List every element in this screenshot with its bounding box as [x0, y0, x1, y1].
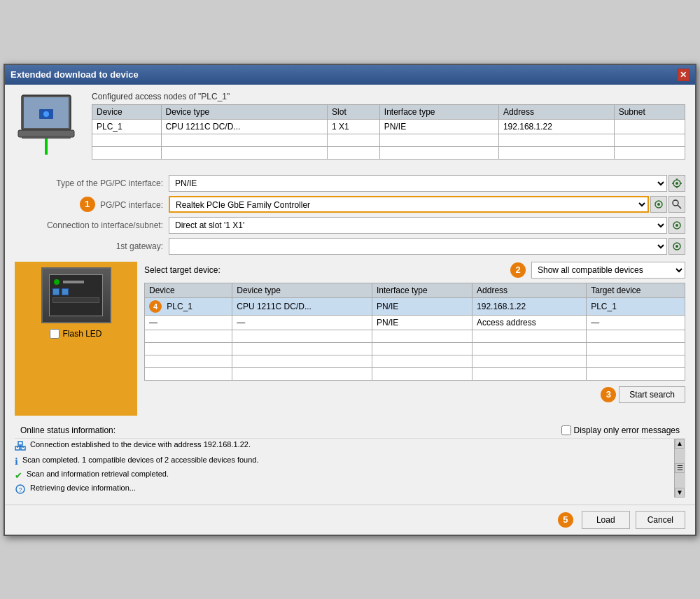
badge-2: 2 — [510, 262, 526, 278]
target-cell-device: — — [145, 315, 232, 330]
pgpc-interface-label: 1 PG/PC interface: — [15, 197, 169, 212]
target-cell-address: 192.168.1.22 — [472, 297, 587, 315]
check-icon: ✔ — [15, 470, 22, 481]
table-row[interactable]: — — PN/IE Access address — — [145, 315, 685, 330]
network-settings-icon[interactable] — [668, 175, 685, 192]
gateway-select[interactable] — [169, 238, 667, 255]
target-col-interface: Interface type — [372, 283, 472, 297]
pgpc-type-wrap: PN/IE — [169, 175, 685, 192]
dialog-title: Extended download to device — [10, 69, 139, 80]
target-cell-interface: PN/IE — [372, 297, 472, 315]
target-cell-target: PLC_1 — [587, 297, 685, 315]
svg-point-18 — [676, 224, 678, 227]
gateway-wrap — [169, 238, 685, 255]
status-scrollbar: ▲ ☰ ▼ — [674, 439, 685, 498]
info-icon: ℹ — [15, 456, 18, 467]
flash-led-checkbox[interactable] — [50, 329, 59, 339]
target-device-dropdown[interactable]: Show all compatible devices — [531, 262, 685, 279]
pgpc-interface-wrap: Realtek PCIe GbE Family Controller — [169, 196, 685, 213]
gateway-settings-icon[interactable] — [668, 238, 685, 255]
pgpc-type-row: Type of the PG/PC interface: PN/IE — [15, 175, 685, 192]
start-search-label: Start search — [629, 390, 675, 400]
col-interface-type: Interface type — [379, 104, 498, 119]
display-errors-checkbox[interactable] — [561, 425, 571, 435]
badge-5: 5 — [558, 512, 573, 528]
network-conn-icon — [15, 441, 26, 453]
status-msg-3-text: Scan and information retrieval completed… — [27, 470, 169, 478]
cell-device: PLC_1 — [92, 119, 162, 134]
connection-settings-icon[interactable] — [668, 217, 685, 234]
cell-slot: 1 X1 — [328, 119, 380, 134]
flash-led-text: Flash LED — [62, 329, 102, 339]
search-icon[interactable] — [668, 196, 685, 213]
svg-point-15 — [673, 200, 678, 206]
left-panel: Flash LED — [15, 262, 137, 416]
status-msg-1-text: Connection established to the device wit… — [30, 440, 251, 449]
connection-label: Connection to interface/subnet: — [15, 220, 169, 230]
svg-line-16 — [678, 205, 681, 209]
configured-nodes-label: Configured access nodes of "PLC_1" — [92, 92, 685, 101]
cell-device-type: CPU 1211C DC/D... — [161, 119, 327, 134]
status-header: Online status information: Display only … — [15, 423, 685, 439]
cancel-label: Cancel — [648, 515, 673, 525]
svg-rect-22 — [18, 442, 22, 445]
svg-point-20 — [676, 245, 678, 248]
badge-4: 4 — [149, 300, 162, 313]
status-with-scroll: Connection established to the device wit… — [15, 439, 685, 498]
select-target-label: Select target device: — [144, 265, 220, 275]
display-errors-label[interactable]: Display only error messages — [561, 425, 680, 435]
svg-rect-3 — [22, 136, 71, 139]
flash-led-row: Flash LED — [50, 329, 102, 339]
gateway-row: 1st gateway: — [15, 238, 685, 255]
table-row[interactable] — [145, 330, 685, 342]
main-section: Flash LED Select target device: 2 Show a… — [15, 262, 685, 416]
table-row[interactable]: 4 PLC_1 CPU 1211C DC/D... PN/IE 192.168.… — [145, 297, 685, 315]
target-cell-device-type: — — [232, 315, 372, 330]
extended-download-dialog: Extended download to device ✕ — [4, 64, 696, 536]
target-cell-target: — — [587, 315, 685, 330]
table-row[interactable]: PLC_1 CPU 1211C DC/D... 1 X1 PN/IE 192.1… — [92, 119, 685, 134]
select-target-header: Select target device: 2 Show all compati… — [144, 262, 685, 279]
table-row[interactable] — [92, 134, 685, 146]
target-col-target: Target device — [587, 283, 685, 297]
status-messages: Connection established to the device wit… — [15, 439, 674, 498]
pgpc-interface-select[interactable]: Realtek PCIe GbE Family Controller — [169, 196, 649, 213]
scroll-middle-btn[interactable]: ☰ — [675, 463, 685, 473]
title-bar: Extended download to device ✕ — [5, 65, 695, 85]
target-cell-device: 4 PLC_1 — [145, 297, 232, 315]
status-msg-4: ? Retrieving device information... — [15, 482, 674, 498]
col-subnet: Subnet — [614, 104, 685, 119]
svg-point-8 — [676, 182, 678, 185]
load-button[interactable]: Load — [582, 511, 630, 529]
badge-1: 1 — [80, 197, 95, 212]
table-row[interactable] — [145, 367, 685, 380]
connection-row: Connection to interface/subnet: Direct a… — [15, 217, 685, 234]
pgpc-type-select[interactable]: PN/IE — [169, 175, 667, 192]
col-address: Address — [498, 104, 614, 119]
plc-device-inner — [43, 269, 110, 322]
target-col-address: Address — [472, 283, 587, 297]
cell-interface-type: PN/IE — [379, 119, 498, 134]
target-cell-address: Access address — [472, 315, 587, 330]
start-search-button[interactable]: Start search — [619, 386, 685, 403]
load-label: Load — [596, 515, 615, 525]
scroll-up-btn[interactable]: ▲ — [675, 439, 685, 449]
table-row[interactable] — [145, 355, 685, 367]
flash-led-label[interactable]: Flash LED — [50, 329, 102, 339]
svg-point-14 — [657, 203, 660, 206]
cell-subnet — [614, 119, 685, 134]
scroll-track-2 — [675, 473, 685, 488]
start-search-row: 3 Start search — [144, 386, 685, 403]
cancel-button[interactable]: Cancel — [636, 511, 685, 529]
plc-led-1 — [54, 279, 59, 285]
network-icon[interactable] — [650, 196, 667, 213]
scroll-down-btn[interactable]: ▼ — [675, 488, 685, 498]
target-cell-device-type: CPU 1211C DC/D... — [232, 297, 372, 315]
table-row[interactable] — [92, 146, 685, 159]
close-button[interactable]: ✕ — [677, 69, 690, 81]
laptop-icon — [15, 92, 78, 155]
status-section: Online status information: Display only … — [15, 423, 685, 498]
connection-select[interactable]: Direct at slot '1 X1' — [169, 217, 667, 234]
target-col-device-type: Device type — [232, 283, 372, 297]
table-row[interactable] — [145, 342, 685, 355]
